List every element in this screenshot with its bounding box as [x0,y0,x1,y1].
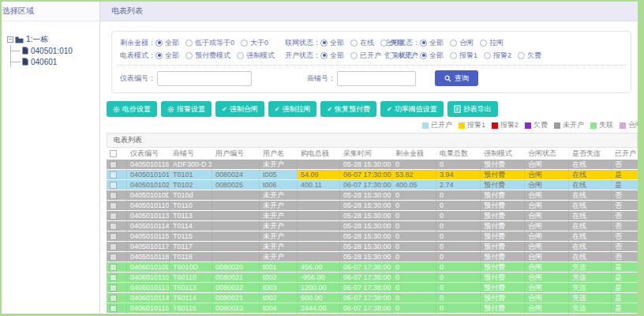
radio-option[interactable]: 预付费模式 [185,51,230,61]
radio-icon[interactable] [380,40,388,47]
radio-icon[interactable] [350,52,358,59]
radio-option[interactable]: 欠费 [518,51,541,61]
radio-icon[interactable] [480,40,487,47]
table-row[interactable]: 0405010102T01020080025t006400.1106-07 17… [107,180,638,190]
toolbar-button-抄表导出[interactable]: 抄表导出 [447,101,498,117]
radio-option[interactable]: 全部 [320,51,344,61]
toolbar-button-强制拉闸[interactable]: ✔强制拉闸 [268,101,317,117]
table-row[interactable]: 0405010114T0114未开户05-28 15:30:0000预付费合闸在… [107,221,638,231]
table-row[interactable]: 0406010114T601140080021t002600.0006-07 1… [107,293,638,303]
radio-icon[interactable] [450,52,457,59]
radio-icon[interactable] [237,52,244,59]
radio-icon[interactable] [185,40,193,47]
radio-icon[interactable] [420,40,427,47]
table-row[interactable]: 0405010116ADF300-D 3未开户05-28 15:30:0000预… [107,160,638,170]
radio-option-label: 欠费 [527,51,541,61]
row-checkbox[interactable] [110,295,117,302]
column-header-opened: 已开户 [612,148,638,160]
radio-icon[interactable] [350,40,358,47]
toolbar-button-电价设置[interactable]: 电价设置 [107,101,157,117]
table-row[interactable]: 040501010DT010d未开户05-28 15:30:0000预付费合闸在… [107,190,638,201]
cell-energy-total: 0 [436,190,481,201]
cell-purchase-total: 600.00 [298,293,340,303]
radio-option[interactable]: 拉闸 [480,38,504,48]
radio-icon[interactable] [420,52,427,59]
tree-node-root[interactable]: − 1:一栋 [7,34,99,45]
radio-option[interactable]: 全部 [155,51,179,61]
row-checkbox[interactable] [110,161,117,168]
cell-disconnect-state: 在线 [569,160,612,170]
row-checkbox[interactable] [110,233,117,240]
table-row[interactable]: 0405010117T0117未开户05-28 15:30:0000预付费合闸在… [107,242,638,252]
row-checkbox[interactable] [110,274,117,281]
radio-icon[interactable] [241,40,248,47]
toolbar-button-恢复预付费[interactable]: ✔恢复预付费 [320,101,376,117]
radio-option[interactable]: 强制模式 [237,51,275,61]
cell-user-no: 0080025 [212,180,260,190]
select-all-checkbox[interactable] [110,150,117,157]
radio-option[interactable]: 报警2 [484,51,511,61]
table-row[interactable]: 0405010118T0118未开户05-28 15:30:0000预付费合闸在… [107,252,638,262]
row-checkbox[interactable] [110,305,117,312]
radio-option[interactable]: 全部 [420,51,444,61]
toolbar-button-功率阈值设置[interactable]: ✔功率阈值设置 [380,101,444,117]
row-checkbox[interactable] [110,264,117,271]
radio-icon[interactable] [388,52,395,59]
radio-option[interactable]: 全部 [320,38,344,48]
table-row[interactable]: 0405010115T0115未开户05-28 15:30:0000预付费合闸在… [107,231,638,242]
toolbar-button-label: 报警设置 [177,104,205,115]
row-checkbox[interactable] [110,202,117,209]
shop-no-input[interactable] [337,71,416,86]
table-row[interactable]: 0405010110T0110未开户05-28 15:30:0000预付费合闸在… [107,201,638,211]
table-row[interactable]: 040601010DT6010D0080020t001456.0006-07 1… [107,262,638,273]
row-checkbox[interactable] [110,223,117,230]
radio-option[interactable]: 全部 [155,38,179,48]
radio-option[interactable]: 低于或等于0 [185,38,234,48]
radio-option[interactable]: 在线 [350,38,374,48]
toolbar-button-label: 功率阈值设置 [395,104,437,115]
cell-meter-no: 0405010114 [127,221,170,231]
radio-option[interactable]: 报警1 [450,51,477,61]
table-row[interactable]: 0405010113T0113未开户05-28 15:30:0000预付费合闸在… [107,211,638,221]
table-row[interactable]: 0406010110T601100080021t002-956.0006-07 … [107,273,638,283]
row-checkbox[interactable] [110,171,117,179]
tree-node-040601[interactable]: 040601 [11,56,99,67]
cell-force-mode: 预付费 [481,201,525,211]
toolbar-button-报警设置[interactable]: 报警设置 [161,101,212,117]
radio-icon[interactable] [320,52,328,59]
row-checkbox[interactable] [110,182,117,189]
column-header-meter-no: 仪表编号 [127,148,170,160]
meter-no-input[interactable] [157,71,252,86]
radio-option[interactable]: 全部 [420,38,444,48]
table-scroll-area[interactable]: 仪表编号商铺号用户编号用户名购电总额采集时间剩余金额电量总数强制模式合闸状态是否… [107,148,638,314]
cell-collect-time: 05-28 15:30:00 [340,231,392,242]
table-row[interactable]: 0406010113T601130080022t0031200.0006-07 … [107,283,638,293]
radio-icon[interactable] [450,40,457,47]
radio-option[interactable]: 大于0 [241,38,268,48]
table-row[interactable]: 0406010115T601150080023t0042444.0006-07 … [107,303,638,314]
radio-icon[interactable] [484,52,491,59]
row-checkbox[interactable] [110,192,117,199]
radio-icon[interactable] [155,40,163,47]
query-button[interactable]: 查询 [435,70,478,86]
radio-icon[interactable] [185,52,193,59]
cell-disconnect-state: 失连 [569,303,612,314]
row-checkbox[interactable] [110,254,117,261]
row-checkbox[interactable] [110,213,117,220]
radio-option[interactable]: 合闸 [450,38,474,48]
cell-user-name: t002 [260,293,298,303]
radio-icon[interactable] [320,40,328,47]
row-checkbox[interactable] [110,243,117,250]
radio-icon[interactable] [518,52,525,59]
filter-divider [117,65,626,66]
table-row[interactable]: 0405010101T01010080024t00554.0906-07 17:… [107,170,638,180]
radio-icon[interactable] [155,52,163,59]
cell-switch-state: 合闸 [525,273,569,283]
tree-node-040501:010[interactable]: 040501:010 [11,45,99,56]
radio-option[interactable]: 已开户 [350,51,381,61]
cell-collect-time: 06-07 17:38:00 [340,293,392,303]
cell-shop-no: T010d [170,190,212,201]
toolbar-button-强制合闸[interactable]: ✔强制合闸 [215,101,264,117]
row-checkbox[interactable] [110,284,117,292]
collapse-icon[interactable]: − [7,36,13,43]
